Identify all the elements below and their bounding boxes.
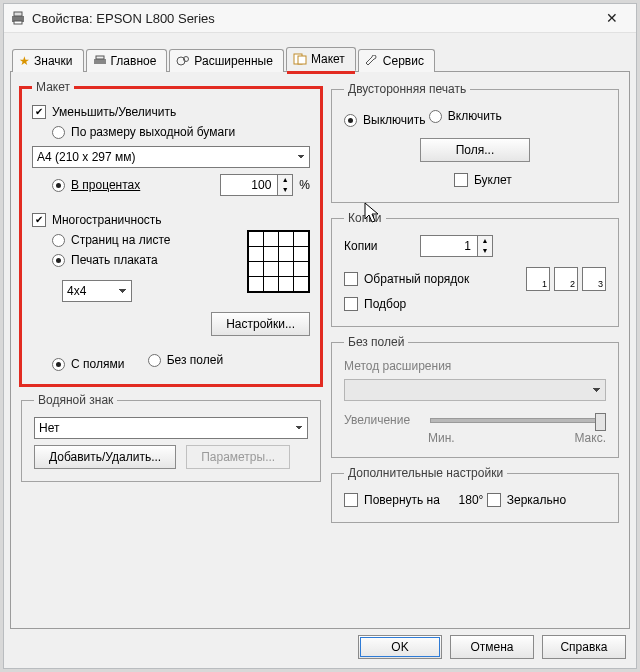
- group-duplex-legend: Двусторонняя печать: [344, 82, 470, 96]
- tab-icons[interactable]: ★ Значки: [12, 49, 84, 72]
- spin-up-icon[interactable]: ▲: [278, 175, 292, 185]
- label-min: Мин.: [428, 431, 455, 445]
- svg-rect-2: [14, 21, 22, 24]
- label-copies: Копии: [344, 239, 414, 253]
- titlebar: Свойства: EPSON L800 Series ✕: [4, 4, 636, 33]
- input-copies[interactable]: 1 ▲▼: [420, 235, 493, 257]
- window-title: Свойства: EPSON L800 Series: [32, 11, 215, 26]
- svg-rect-1: [14, 12, 22, 16]
- duplex-margins-button[interactable]: Поля...: [420, 138, 530, 162]
- group-borderless: Без полей Метод расширения Увеличение Ми…: [331, 335, 619, 458]
- gears-icon: [176, 55, 190, 67]
- radio-icon: [52, 358, 65, 371]
- checkbox-icon: [344, 272, 358, 286]
- select-expansion-method: [344, 379, 606, 401]
- poster-preview-icon: [247, 230, 310, 293]
- watermark-add-remove-button[interactable]: Добавить/Удалить...: [34, 445, 176, 469]
- radio-icon: [52, 254, 65, 267]
- group-duplex: Двусторонняя печать Выключить Включить П…: [331, 82, 619, 203]
- svg-rect-4: [96, 56, 104, 59]
- checkbox-icon: [32, 105, 46, 119]
- svg-rect-3: [94, 59, 106, 64]
- check-multipage[interactable]: Многостраничность: [32, 213, 162, 227]
- tab-service[interactable]: Сервис: [358, 49, 435, 72]
- group-extra: Дополнительные настройки Повернуть на 18…: [331, 466, 619, 523]
- radio-icon: [52, 234, 65, 247]
- select-poster-size[interactable]: 4x4: [62, 280, 132, 302]
- dialog-footer: OK Отмена Справка: [10, 635, 630, 663]
- radio-fit-output[interactable]: По размеру выходной бумаги: [52, 125, 235, 139]
- group-layout: Макет Уменьшить/Увеличить По размеру вых…: [19, 80, 323, 387]
- radio-icon: [52, 126, 65, 139]
- check-booklet[interactable]: Буклет: [454, 173, 512, 187]
- input-percent[interactable]: 100 ▲▼: [220, 174, 293, 196]
- slider-thumb: [595, 413, 606, 431]
- dialog-window: Свойства: EPSON L800 Series ✕ ★ Значки Г…: [3, 3, 637, 669]
- radio-poster[interactable]: Печать плаката: [52, 253, 158, 267]
- tab-bar: ★ Значки Главное Расширенные Макет: [10, 45, 630, 71]
- radio-icon: [344, 114, 357, 127]
- group-watermark: Водяной знак Нет Добавить/Удалить... Пар…: [21, 393, 321, 482]
- poster-settings-button[interactable]: Настройки...: [211, 312, 310, 336]
- group-borderless-legend: Без полей: [344, 335, 408, 349]
- checkbox-icon: [32, 213, 46, 227]
- right-column: Двусторонняя печать Выключить Включить П…: [331, 82, 619, 618]
- label-enlargement: Увеличение: [344, 413, 424, 427]
- ok-button[interactable]: OK: [358, 635, 442, 659]
- radio-icon: [148, 354, 161, 367]
- checkbox-icon: [344, 297, 358, 311]
- group-copies: Копии Копии 1 ▲▼ Обратный порядок: [331, 211, 619, 327]
- radio-duplex-on[interactable]: Включить: [429, 109, 502, 123]
- cancel-button[interactable]: Отмена: [450, 635, 534, 659]
- printer-icon: [93, 55, 107, 67]
- spin-down-icon[interactable]: ▼: [278, 185, 292, 195]
- close-icon[interactable]: ✕: [592, 6, 632, 30]
- select-paper-size[interactable]: A4 (210 x 297 мм): [32, 146, 310, 168]
- group-extra-legend: Дополнительные настройки: [344, 466, 507, 480]
- printer-icon: [10, 10, 26, 26]
- collate-icon: [526, 267, 606, 291]
- check-reduce-enlarge[interactable]: Уменьшить/Увеличить: [32, 105, 176, 119]
- content: ★ Значки Главное Расширенные Макет: [4, 33, 636, 669]
- radio-icon: [429, 110, 442, 123]
- radio-with-margins[interactable]: С полями: [52, 357, 124, 371]
- checkbox-icon: [454, 173, 468, 187]
- radio-icon: [52, 179, 65, 192]
- svg-rect-8: [298, 56, 306, 64]
- label-expansion-method: Метод расширения: [344, 359, 606, 373]
- check-mirror[interactable]: Зеркально: [487, 493, 566, 507]
- tab-main[interactable]: Главное: [86, 49, 168, 72]
- spin-down-icon[interactable]: ▼: [478, 246, 492, 256]
- tab-advanced[interactable]: Расширенные: [169, 49, 284, 72]
- left-column: Макет Уменьшить/Увеличить По размеру вых…: [21, 82, 321, 618]
- checkbox-icon: [344, 493, 358, 507]
- wrench-icon: [365, 55, 379, 67]
- check-collate[interactable]: Подбор: [344, 297, 406, 311]
- check-rotate-180[interactable]: Повернуть на 180°: [344, 493, 483, 507]
- radio-pages-per-sheet[interactable]: Страниц на листе: [52, 233, 170, 247]
- check-reverse-order[interactable]: Обратный порядок: [344, 272, 520, 286]
- checkbox-icon: [487, 493, 501, 507]
- radio-by-percent[interactable]: В процентах: [52, 178, 140, 192]
- group-copies-legend: Копии: [344, 211, 386, 225]
- group-layout-legend: Макет: [32, 80, 74, 94]
- watermark-params-button: Параметры...: [186, 445, 290, 469]
- radio-duplex-off[interactable]: Выключить: [344, 113, 425, 127]
- select-watermark[interactable]: Нет: [34, 417, 308, 439]
- radio-borderless[interactable]: Без полей: [148, 353, 223, 367]
- slider-enlargement: [430, 418, 606, 423]
- layout-icon: [293, 53, 307, 65]
- tab-layout[interactable]: Макет: [286, 47, 356, 71]
- help-button[interactable]: Справка: [542, 635, 626, 659]
- label-max: Макс.: [574, 431, 606, 445]
- spin-up-icon[interactable]: ▲: [478, 236, 492, 246]
- star-icon: ★: [19, 54, 30, 68]
- tab-page-layout: Макет Уменьшить/Увеличить По размеру вых…: [10, 71, 630, 629]
- group-watermark-legend: Водяной знак: [34, 393, 117, 407]
